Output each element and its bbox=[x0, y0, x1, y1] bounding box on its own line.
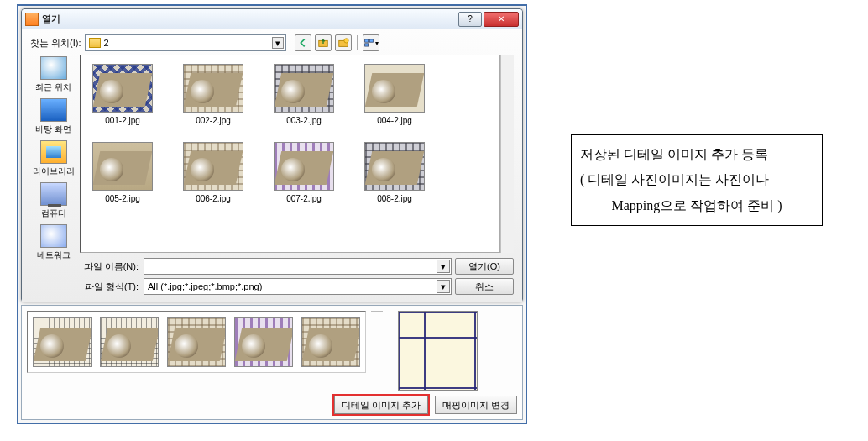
fabric-roll-image bbox=[274, 142, 334, 191]
fabric-roll-image bbox=[274, 64, 334, 113]
up-folder-icon bbox=[317, 37, 329, 49]
open-button[interactable]: 열기(O) bbox=[455, 258, 514, 275]
place-network[interactable]: 네트워크 bbox=[32, 223, 76, 263]
back-button[interactable] bbox=[295, 34, 311, 51]
file-thumbnail[interactable]: 008-2.ipg bbox=[361, 142, 428, 203]
detail-thumbnail[interactable] bbox=[100, 317, 159, 367]
toolbar-separator bbox=[357, 35, 358, 50]
recent-icon bbox=[40, 56, 67, 80]
detail-thumbnail[interactable] bbox=[301, 317, 360, 367]
file-type-label: 파일 형식(T): bbox=[80, 281, 140, 293]
cancel-button[interactable]: 취소 bbox=[455, 278, 514, 295]
help-button[interactable]: ? bbox=[458, 12, 482, 27]
open-file-dialog: 열기 ? ✕ 찾는 위치(I): 2 ▾ bbox=[21, 8, 523, 302]
place-desktop[interactable]: 바탕 화면 bbox=[32, 97, 76, 137]
close-icon: ✕ bbox=[498, 14, 505, 24]
file-list-scrollbar[interactable] bbox=[500, 55, 514, 253]
file-thumbnail-label: 008-2.ipg bbox=[361, 194, 428, 203]
file-list-pane[interactable]: 001-2.jpg002-2.jpg003-2.jpg004-2.jpg005-… bbox=[80, 55, 500, 253]
fabric-roll-image bbox=[183, 142, 243, 191]
detail-strip-panel: 디테일 이미지 추가 매핑이미지 변경 bbox=[21, 305, 523, 420]
look-in-combo[interactable]: 2 ▾ bbox=[85, 34, 286, 51]
fabric-roll-image bbox=[364, 64, 425, 113]
annotation-line: 저장된 디테일 이미지 추가 등록 bbox=[580, 142, 813, 167]
file-thumbnail[interactable]: 002-2.jpg bbox=[180, 64, 247, 125]
place-library[interactable]: 라이브러리 bbox=[32, 139, 76, 179]
annotation-line: ( 디테일 사진이미지는 사진이나 bbox=[580, 167, 813, 192]
file-thumbnail-label: 007-2.ipg bbox=[270, 194, 337, 203]
file-thumbnail[interactable]: 001-2.jpg bbox=[89, 64, 156, 125]
chevron-down-icon[interactable]: ▾ bbox=[437, 280, 450, 293]
svg-rect-4 bbox=[369, 39, 373, 42]
help-icon: ? bbox=[468, 14, 473, 24]
detail-thumbnail[interactable] bbox=[167, 317, 226, 367]
svg-rect-5 bbox=[364, 44, 368, 46]
file-name-label: 파일 이름(N): bbox=[80, 260, 140, 273]
chevron-down-icon: ▾ bbox=[375, 39, 379, 47]
dialog-title: 열기 bbox=[42, 13, 60, 25]
network-icon bbox=[40, 224, 67, 248]
mapping-image-change-button[interactable]: 매핑이미지 변경 bbox=[435, 396, 517, 414]
up-one-level-button[interactable] bbox=[315, 34, 332, 51]
fabric-roll-image bbox=[183, 64, 243, 113]
detail-strip-scrollbar[interactable] bbox=[371, 311, 383, 312]
new-folder-button[interactable] bbox=[335, 34, 352, 51]
chevron-down-icon[interactable]: ▾ bbox=[272, 37, 284, 49]
place-recent[interactable]: 최근 위치 bbox=[32, 55, 76, 95]
file-thumbnail-label: 005-2.ipg bbox=[89, 194, 156, 203]
new-folder-icon bbox=[337, 37, 349, 49]
folder-icon bbox=[89, 38, 101, 48]
view-menu-button[interactable]: ▾ bbox=[363, 34, 379, 51]
place-computer[interactable]: 컴퓨터 bbox=[32, 181, 76, 221]
file-thumbnails: 001-2.jpg002-2.jpg003-2.jpg004-2.jpg005-… bbox=[81, 55, 499, 252]
close-button[interactable]: ✕ bbox=[484, 12, 519, 27]
place-label: 네트워크 bbox=[37, 250, 71, 260]
place-label: 라이브러리 bbox=[33, 166, 75, 176]
file-name-combo[interactable]: ▾ bbox=[144, 258, 452, 275]
back-icon bbox=[297, 37, 309, 49]
file-thumbnail-label: 002-2.jpg bbox=[180, 116, 247, 125]
desktop-icon bbox=[40, 98, 67, 122]
detail-thumbnail[interactable] bbox=[234, 317, 293, 367]
file-fields: 파일 이름(N): ▾ 열기(O) 파일 형식(T): All (*.jpg;*… bbox=[80, 258, 514, 295]
place-label: 컴퓨터 bbox=[41, 208, 66, 218]
annotation-line: Mapping으로 작업하여 준비 ) bbox=[580, 193, 813, 218]
app-outer-frame: 열기 ? ✕ 찾는 위치(I): 2 ▾ bbox=[17, 4, 527, 424]
file-thumbnail[interactable]: 004-2.jpg bbox=[361, 64, 428, 125]
detail-thumbnails[interactable] bbox=[27, 311, 366, 373]
library-icon bbox=[40, 140, 67, 164]
svg-rect-3 bbox=[364, 39, 368, 42]
view-menu-icon bbox=[363, 37, 374, 49]
mapping-preview bbox=[398, 311, 478, 391]
file-type-value: All (*.jpg;*.jpeg;*.bmp;*.png) bbox=[148, 281, 262, 291]
place-label: 최근 위치 bbox=[35, 82, 71, 92]
file-thumbnail[interactable]: 003-2.jpg bbox=[270, 64, 337, 125]
computer-icon bbox=[40, 182, 67, 206]
titlebar[interactable]: 열기 ? ✕ bbox=[22, 9, 522, 29]
detail-image-add-button[interactable]: 디테일 이미지 추가 bbox=[334, 396, 428, 414]
look-in-row: 찾는 위치(I): 2 ▾ bbox=[30, 34, 514, 51]
file-thumbnail-label: 001-2.jpg bbox=[89, 116, 156, 125]
file-thumbnail-label: 006-2.ipg bbox=[180, 194, 247, 203]
fabric-roll-image bbox=[92, 64, 153, 113]
chevron-down-icon[interactable]: ▾ bbox=[437, 260, 450, 273]
places-bar: 최근 위치 바탕 화면 라이브러리 컴퓨터 bbox=[30, 55, 76, 295]
file-type-combo[interactable]: All (*.jpg;*.jpeg;*.bmp;*.png) ▾ bbox=[144, 278, 452, 295]
app-icon bbox=[25, 13, 39, 26]
fabric-roll-image bbox=[364, 142, 425, 191]
fabric-roll-image bbox=[92, 142, 153, 191]
file-thumbnail[interactable]: 006-2.ipg bbox=[180, 142, 247, 203]
file-thumbnail-label: 004-2.jpg bbox=[361, 116, 428, 125]
file-thumbnail-label: 003-2.jpg bbox=[270, 116, 337, 125]
place-label: 바탕 화면 bbox=[35, 124, 71, 134]
svg-point-2 bbox=[343, 39, 348, 43]
file-thumbnail[interactable]: 005-2.ipg bbox=[89, 142, 156, 203]
file-thumbnail[interactable]: 007-2.ipg bbox=[270, 142, 337, 203]
look-in-value: 2 bbox=[104, 38, 109, 48]
annotation-box: 저장된 디테일 이미지 추가 등록 ( 디테일 사진이미지는 사진이나 Mapp… bbox=[571, 134, 823, 226]
look-in-label: 찾는 위치(I): bbox=[30, 37, 81, 50]
dialog-body: 찾는 위치(I): 2 ▾ bbox=[22, 29, 522, 302]
nav-toolbar: ▾ bbox=[295, 34, 379, 51]
detail-thumbnail[interactable] bbox=[33, 317, 92, 367]
